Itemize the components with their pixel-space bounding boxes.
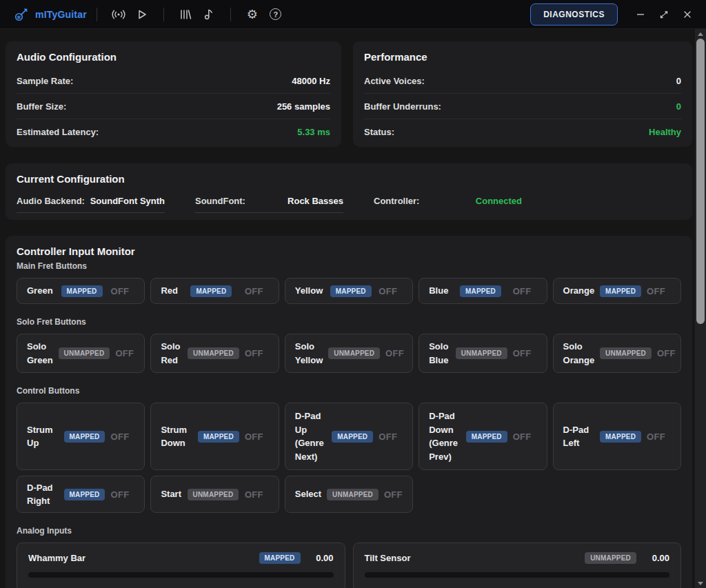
close-icon[interactable] (676, 4, 699, 25)
button-state: OFF (384, 489, 403, 500)
button-name: Yellow (295, 284, 323, 298)
play-icon[interactable] (130, 4, 154, 25)
button-name: Strum Up (27, 423, 59, 450)
button-name: Select (295, 487, 321, 501)
analog-name: Tilt Sensor (365, 553, 585, 563)
status-row: Status: Healthy (364, 119, 681, 145)
row-label: Buffer Size: (17, 101, 66, 112)
mapping-badge: MAPPED (190, 285, 232, 297)
button-name: Solo Blue (429, 340, 450, 367)
scroll-up-arrow-icon[interactable] (695, 29, 706, 39)
row-value: 256 samples (277, 101, 330, 112)
button-name: Solo Green (27, 340, 53, 367)
input-button-card: OrangeMAPPEDOFF (553, 278, 681, 304)
input-button-card: SelectUNMAPPEDOFF (285, 476, 413, 513)
buffer-underruns-row: Buffer Underruns: 0 (364, 94, 681, 119)
broadcast-icon[interactable] (107, 4, 130, 25)
mapping-badge: UNMAPPED (327, 489, 379, 500)
row-label: Sample Rate: (17, 76, 73, 86)
mapping-badge: MAPPED (61, 285, 103, 297)
button-state: OFF (245, 286, 263, 296)
group-label: Main Fret Buttons (17, 261, 681, 271)
strings-icon[interactable] (174, 4, 197, 25)
music-note-icon[interactable] (197, 4, 221, 25)
input-button-card: D-Pad LeftMAPPEDOFF (553, 403, 681, 470)
button-name: Strum Down (161, 423, 192, 450)
button-state: OFF (379, 432, 397, 442)
button-state: OFF (245, 489, 263, 500)
button-name: D-Pad Down (Genre Prev) (429, 409, 461, 463)
mapping-badge: MAPPED (259, 552, 301, 564)
analog-progress-bar (28, 572, 334, 578)
analog-head: Whammy BarMAPPED0.00 (28, 552, 334, 564)
app-logo: mITyGuitar (14, 7, 87, 22)
performance-panel: Performance Active Voices: 0 Buffer Unde… (353, 41, 692, 147)
mapping-badge: UNMAPPED (585, 552, 636, 564)
button-name: Solo Red (161, 340, 182, 367)
buffer-size-row: Buffer Size: 256 samples (17, 94, 330, 119)
settings-gear-icon[interactable]: ⚙ (241, 4, 264, 25)
button-state: OFF (647, 432, 665, 442)
maximize-icon[interactable] (652, 4, 676, 25)
input-button-card: Strum DownMAPPEDOFF (150, 403, 279, 470)
mapping-badge: UNMAPPED (328, 347, 380, 359)
button-grid: Strum UpMAPPEDOFFStrum DownMAPPEDOFFD-Pa… (17, 403, 681, 513)
mapping-badge: MAPPED (460, 285, 501, 297)
scrollbar-thumb[interactable] (696, 39, 705, 324)
audio-configuration-panel: Audio Configuration Sample Rate: 48000 H… (6, 41, 341, 147)
row-value: 0 (676, 101, 681, 112)
analog-progress-bar (365, 572, 670, 578)
button-grid: Solo GreenUNMAPPEDOFFSolo RedUNMAPPEDOFF… (17, 334, 681, 373)
analog-value: 0.00 (312, 553, 334, 563)
input-button-card: Solo RedUNMAPPEDOFF (150, 334, 279, 373)
button-state: OFF (513, 348, 532, 358)
input-button-card: Solo BlueUNMAPPEDOFF (418, 334, 547, 373)
button-state: OFF (385, 348, 404, 358)
question-mark: ? (270, 8, 281, 20)
row-value: 48000 Hz (292, 76, 330, 86)
button-state: OFF (657, 348, 676, 358)
mapping-badge: UNMAPPED (188, 489, 239, 500)
mapping-badge: MAPPED (64, 431, 105, 443)
button-name: Green (27, 284, 53, 298)
button-state: OFF (245, 348, 263, 358)
panel-title: Performance (364, 51, 681, 63)
input-button-card: BlueMAPPEDOFF (418, 278, 547, 304)
button-state: OFF (513, 432, 532, 442)
current-configuration-panel: Current Configuration Audio Backend: Sou… (6, 163, 692, 220)
input-button-card: Strum UpMAPPEDOFF (17, 403, 145, 470)
minimize-icon[interactable] (629, 4, 652, 25)
button-state: OFF (647, 286, 665, 296)
mapping-badge: UNMAPPED (59, 347, 110, 359)
diagnostics-button[interactable]: DIAGNOSTICS (530, 3, 618, 26)
vertical-scrollbar[interactable] (695, 29, 706, 588)
input-button-card: D-Pad Up (Genre Next)MAPPEDOFF (285, 403, 413, 470)
analog-inputs-grid: Whammy BarMAPPED0.00Tilt SensorUNMAPPED0… (17, 543, 681, 588)
button-grid: GreenMAPPEDOFFRedMAPPEDOFFYellowMAPPEDOF… (17, 278, 681, 304)
window-controls (629, 4, 699, 25)
mapping-badge: MAPPED (64, 489, 105, 500)
item-value: Rock Basses (288, 196, 343, 206)
button-name: Solo Yellow (295, 340, 323, 367)
mapping-badge: MAPPED (600, 285, 641, 297)
guitar-icon (14, 7, 29, 22)
input-button-card: YellowMAPPEDOFF (285, 278, 413, 304)
help-icon[interactable]: ? (264, 4, 288, 25)
row-label: Active Voices: (364, 76, 425, 86)
controller-input-monitor-panel: Controller Input Monitor Main Fret Butto… (6, 236, 692, 588)
sample-rate-row: Sample Rate: 48000 Hz (17, 68, 330, 94)
button-state: OFF (245, 432, 263, 442)
panel-title: Current Configuration (17, 173, 681, 185)
toolbar-divider (97, 8, 97, 21)
input-button-card: D-Pad RightMAPPEDOFF (17, 476, 145, 513)
analog-head: Tilt SensorUNMAPPED0.00 (365, 552, 670, 564)
input-button-card: GreenMAPPEDOFF (17, 278, 145, 304)
row-value: 5.33 ms (297, 127, 330, 137)
soundfont-item: SoundFont: Rock Basses (195, 196, 343, 213)
scroll-down-arrow-icon[interactable] (695, 578, 706, 588)
row-label: Buffer Underruns: (364, 101, 441, 112)
input-button-card: StartUNMAPPEDOFF (150, 476, 279, 513)
button-state: OFF (110, 432, 129, 442)
panel-title: Audio Configuration (17, 51, 330, 63)
group-label: Solo Fret Buttons (17, 317, 681, 327)
